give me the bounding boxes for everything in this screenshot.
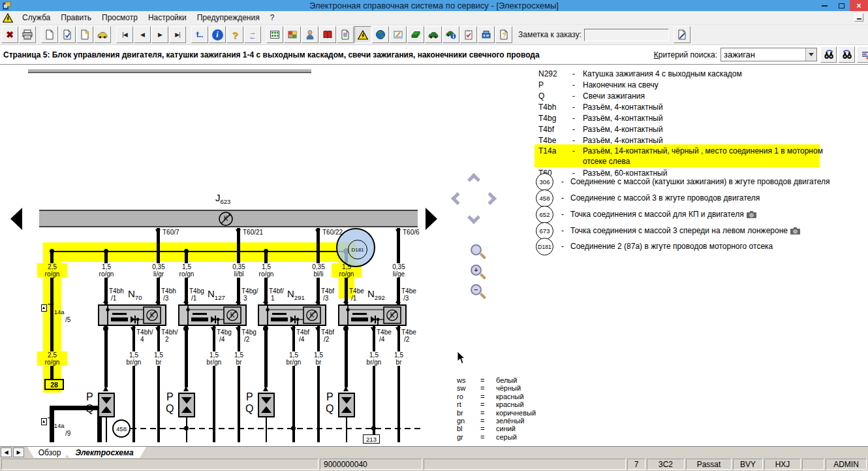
- minimize-button[interactable]: [816, 0, 833, 11]
- world-button[interactable]: [372, 26, 389, 43]
- wire: [373, 326, 375, 442]
- spark-plug-1[interactable]: [98, 393, 115, 417]
- ignition-coil-n292[interactable]: K: [338, 304, 407, 326]
- info-button[interactable]: i: [209, 26, 226, 43]
- whiteboard-button[interactable]: [390, 26, 407, 43]
- vehicle-button[interactable]: [94, 26, 111, 43]
- div: T4bf/: [269, 287, 284, 295]
- mdi-minimize-button[interactable]: [854, 13, 863, 22]
- legend-item-t4bf[interactable]: T4bf-Разъём, 4-контактный: [519, 124, 867, 135]
- zoom-in-button[interactable]: +: [471, 265, 482, 276]
- switch-view-button[interactable]: →←: [244, 26, 261, 43]
- menu-item-help[interactable]: ?: [265, 12, 280, 24]
- menu-item-edit[interactable]: Править: [55, 12, 97, 24]
- d181-junction[interactable]: D181: [348, 240, 367, 259]
- legend-item-t14a[interactable]: T14a-Разъём, 14-контактный, чёрный , мес…: [519, 146, 867, 167]
- div: T4bf: [321, 287, 334, 295]
- legend-item-458[interactable]: 458-Соединение с массой 3 в жгуте провод…: [519, 189, 867, 207]
- vehicle-info-button[interactable]: [442, 26, 459, 43]
- next-page-button[interactable]: ▶: [151, 26, 168, 43]
- document-help-button[interactable]: ?: [495, 26, 512, 43]
- diagram-page-right-arrow[interactable]: [426, 208, 437, 230]
- menu-item-warnings[interactable]: Предупреждения: [192, 12, 265, 24]
- tab-schematic[interactable]: Электросхема: [63, 447, 146, 458]
- new-document-button[interactable]: [41, 26, 58, 43]
- ground-junction-458[interactable]: 458: [112, 419, 131, 438]
- legend-item-t4bh[interactable]: T4bh-Разъём, 4-контактный: [519, 102, 867, 112]
- microfiche-button[interactable]: [266, 26, 283, 43]
- legend-item-q[interactable]: Q-Свечи зажигания: [519, 91, 867, 101]
- wire: [346, 417, 347, 442]
- order-note-input[interactable]: [584, 29, 669, 41]
- binoculars-previous-icon: [842, 50, 852, 59]
- color-row-gr: gr=серый: [457, 433, 536, 441]
- ground-point-213[interactable]: 213: [363, 434, 380, 444]
- swap-arrows-icon: →←: [249, 30, 256, 39]
- first-page-button[interactable]: |◀: [116, 26, 133, 43]
- combobox-dropdown-button[interactable]: [805, 48, 816, 61]
- camera-icon[interactable]: [747, 210, 756, 218]
- app-icon[interactable]: [2, 1, 11, 10]
- exit-icon: ✖: [6, 29, 14, 40]
- camera-icon[interactable]: [790, 227, 800, 235]
- document-list-button[interactable]: [337, 26, 354, 43]
- ignition-coil-n127[interactable]: K: [178, 304, 247, 326]
- span: N: [367, 288, 375, 299]
- print-button[interactable]: [19, 26, 36, 43]
- maximize-button[interactable]: [833, 0, 850, 11]
- customer-button[interactable]: [302, 26, 318, 43]
- vehicle-green-button[interactable]: [425, 26, 442, 43]
- div: /3: [401, 295, 416, 302]
- exit-button[interactable]: ✖: [1, 26, 18, 43]
- checklist-button[interactable]: [460, 26, 477, 43]
- ground-point-28[interactable]: 28: [44, 379, 64, 390]
- legend-item-t4bg[interactable]: T4bg-Разъём, 4-контактный: [519, 113, 867, 123]
- sub: 14a: [54, 308, 65, 316]
- help-button[interactable]: ?: [226, 26, 243, 43]
- tab-scroll-left-button[interactable]: ◀: [1, 447, 12, 457]
- ignition-coil-n70[interactable]: K: [98, 304, 166, 326]
- equipment-button[interactable]: [478, 26, 495, 43]
- menu-item-view[interactable]: Просмотр: [97, 12, 143, 24]
- close-button[interactable]: ×: [850, 0, 868, 11]
- legend-item-306[interactable]: 306-Соединение с массой (катушки зажиган…: [519, 173, 867, 191]
- edit-document-button[interactable]: [59, 26, 76, 43]
- search-forward-button[interactable]: [820, 46, 837, 63]
- use: [679, 30, 685, 39]
- legend-item-p[interactable]: P-Наконечник на свечу: [519, 80, 867, 90]
- menu-item-settings[interactable]: Настройки: [143, 12, 192, 24]
- search-criterion-combobox[interactable]: зажиган: [721, 48, 817, 61]
- diagram-page-left-arrow[interactable]: [10, 208, 22, 230]
- spark-plug-4[interactable]: [338, 393, 355, 417]
- tab-scroll-right-button[interactable]: ▶: [13, 447, 24, 457]
- spark-plug-3[interactable]: [258, 393, 275, 417]
- legend-item-n292[interactable]: N292-Катушка зажигания 4 с выходным каск…: [519, 69, 867, 79]
- zoom-reset-button[interactable]: [471, 244, 482, 255]
- new-note-icon: [80, 29, 90, 40]
- result-list-button[interactable]: [857, 46, 868, 63]
- spark-plug-2[interactable]: [178, 393, 195, 417]
- zoom-out-button[interactable]: −: [471, 284, 482, 295]
- manuals-button[interactable]: [319, 26, 336, 43]
- mdi-minimize-icon: [857, 18, 861, 20]
- eraser-button[interactable]: [407, 26, 424, 43]
- parts-catalog-button[interactable]: [284, 26, 301, 43]
- div: ro/gn: [37, 359, 67, 366]
- menu-item-service[interactable]: Служба: [17, 12, 55, 24]
- legend-item-d181[interactable]: D181-Соединение 2 (87а) в жгуте проводов…: [519, 238, 867, 255]
- ignition-coil-n291[interactable]: K: [258, 304, 326, 326]
- last-page-button[interactable]: ▶|: [169, 26, 186, 43]
- div: T4bh/: [136, 329, 153, 336]
- legend-item-673[interactable]: 673-Точка соединения с массой 3 спереди …: [519, 222, 867, 240]
- color-row-ro: ro=красный: [457, 393, 536, 400]
- wiring-diagrams-button[interactable]: [354, 26, 371, 43]
- goto-button[interactable]: t..: [191, 26, 208, 43]
- search-backward-button[interactable]: [839, 46, 855, 63]
- connector-t14a-pin5[interactable]: T14a: [41, 302, 65, 316]
- new-note-button[interactable]: [76, 26, 93, 43]
- sub: 623: [221, 198, 231, 205]
- legend-item-652[interactable]: 652-Точка соединения с массой для КП и д…: [519, 206, 867, 223]
- span: зелёный: [496, 417, 524, 425]
- previous-page-button[interactable]: ◀: [134, 26, 151, 43]
- order-note-button[interactable]: [674, 26, 690, 43]
